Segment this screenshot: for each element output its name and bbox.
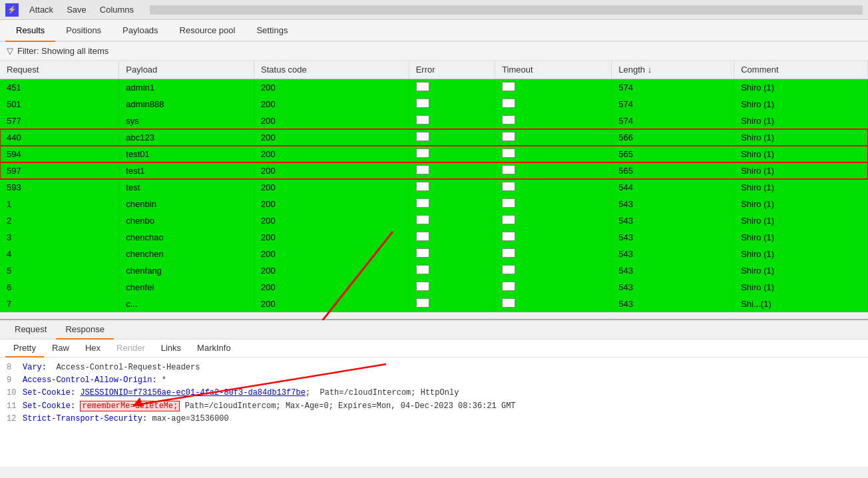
tab-payloads[interactable]: Payloads: [112, 20, 168, 42]
cell-comment: Shiro (1): [734, 146, 868, 162]
save-button[interactable]: Save: [64, 3, 89, 16]
cell-payload: chenbo: [119, 212, 254, 229]
table-row[interactable]: 440abc123200566Shiro (1): [0, 129, 868, 146]
tab-request[interactable]: Request: [5, 320, 56, 340]
cell-error: [409, 146, 495, 162]
checkbox[interactable]: [416, 215, 429, 224]
tab-response[interactable]: Response: [56, 320, 114, 340]
cell-request: 597: [0, 162, 119, 179]
columns-button[interactable]: Columns: [97, 3, 136, 16]
tab-settings[interactable]: Settings: [246, 20, 298, 42]
table-row[interactable]: 597test1200565Shiro (1): [0, 162, 868, 179]
cell-request: 440: [0, 129, 119, 146]
table-row[interactable]: 501admin888200574Shiro (1): [0, 96, 868, 113]
progress-bar: [150, 5, 863, 15]
table-row[interactable]: 2chenbo200543Shiro (1): [0, 212, 868, 229]
checkbox[interactable]: [416, 198, 429, 208]
filter-bar: ▽ Filter: Showing all items: [0, 42, 868, 61]
cell-request: 4: [0, 246, 119, 262]
checkbox[interactable]: [416, 99, 429, 108]
table-row[interactable]: 577sys200574Shiro (1): [0, 113, 868, 129]
checkbox[interactable]: [502, 248, 515, 258]
attack-button[interactable]: Attack: [27, 3, 56, 16]
checkbox[interactable]: [416, 248, 429, 258]
checkbox[interactable]: [502, 99, 515, 108]
main-content: Request Payload Status code Error Timeou…: [0, 61, 868, 320]
table-row[interactable]: 451admin1200574Shiro (1): [0, 79, 868, 97]
table-row[interactable]: 3chenchao200543Shiro (1): [0, 229, 868, 246]
checkbox[interactable]: [502, 165, 515, 174]
cell-length: 574: [612, 79, 734, 97]
cell-timeout: [495, 129, 612, 146]
cell-status: 200: [254, 96, 409, 113]
cell-length: 565: [612, 146, 734, 162]
cell-payload: chenfang: [119, 262, 254, 279]
table-row[interactable]: 5chenfang200543Shiro (1): [0, 262, 868, 279]
cell-comment: Shiro (1): [734, 179, 868, 196]
cell-timeout: [495, 262, 612, 279]
checkbox[interactable]: [502, 115, 515, 124]
checkbox[interactable]: [502, 215, 515, 224]
tab-resource-pool[interactable]: Resource pool: [169, 20, 246, 42]
cell-comment: Shiro (1): [734, 196, 868, 212]
checkbox[interactable]: [416, 282, 429, 291]
checkbox[interactable]: [416, 115, 429, 124]
checkbox[interactable]: [416, 165, 429, 174]
checkbox[interactable]: [502, 282, 515, 291]
table-row[interactable]: 7c...200543Shi...(1): [0, 296, 868, 312]
checkbox[interactable]: [502, 298, 515, 308]
cell-payload: chenchao: [119, 229, 254, 246]
cell-comment: Shiro (1): [734, 96, 868, 113]
cell-status: 200: [254, 129, 409, 146]
table-row[interactable]: 593test200544Shiro (1): [0, 179, 868, 196]
table-row[interactable]: 4chenchen200543Shiro (1): [0, 246, 868, 262]
checkbox[interactable]: [416, 132, 429, 141]
tab-results[interactable]: Results: [5, 20, 55, 42]
checkbox[interactable]: [416, 265, 429, 274]
tab-positions[interactable]: Positions: [55, 20, 112, 42]
checkbox[interactable]: [416, 82, 429, 91]
checkbox[interactable]: [502, 232, 515, 241]
subtab-pretty[interactable]: Pretty: [5, 340, 44, 358]
checkbox[interactable]: [416, 148, 429, 158]
bottom-panel: Request Response Pretty Raw Hex Render L…: [0, 320, 868, 467]
checkbox[interactable]: [502, 132, 515, 141]
cell-length: 543: [612, 212, 734, 229]
checkbox[interactable]: [502, 148, 515, 158]
checkbox[interactable]: [502, 265, 515, 274]
checkbox[interactable]: [502, 198, 515, 208]
checkbox[interactable]: [502, 82, 515, 91]
cell-payload: test1: [119, 162, 254, 179]
table-row[interactable]: 1chenbin200543Shiro (1): [0, 196, 868, 212]
cell-error: [409, 279, 495, 296]
cell-comment: Shiro (1): [734, 229, 868, 246]
cell-payload: chenfei: [119, 279, 254, 296]
cell-length: 543: [612, 262, 734, 279]
col-payload: Payload: [119, 61, 254, 79]
filter-icon: ▽: [7, 46, 13, 56]
cell-timeout: [495, 212, 612, 229]
table-row[interactable]: 6chenfei200543Shiro (1): [0, 279, 868, 296]
checkbox[interactable]: [416, 298, 429, 308]
sub-tab-bar: Pretty Raw Hex Render Links MarkInfo: [0, 340, 868, 358]
checkbox[interactable]: [416, 232, 429, 241]
cell-timeout: [495, 196, 612, 212]
cell-request: 593: [0, 179, 119, 196]
cell-error: [409, 179, 495, 196]
subtab-hex[interactable]: Hex: [77, 340, 108, 358]
subtab-markinfo[interactable]: MarkInfo: [189, 340, 239, 358]
cell-length: 565: [612, 162, 734, 179]
subtab-links[interactable]: Links: [153, 340, 189, 358]
subtab-raw[interactable]: Raw: [44, 340, 77, 358]
checkbox[interactable]: [502, 182, 515, 191]
response-line-8: 8 Vary: Access-Control-Request-Headers: [7, 361, 861, 374]
results-table-container[interactable]: Request Payload Status code Error Timeou…: [0, 61, 868, 320]
cell-request: 594: [0, 146, 119, 162]
table-row[interactable]: 594test01200565Shiro (1): [0, 146, 868, 162]
checkbox[interactable]: [416, 182, 429, 191]
cell-status: 200: [254, 196, 409, 212]
response-line-10: 10 Set-Cookie: JSESSIONID=f73156ae-ec01-…: [7, 387, 861, 399]
cell-error: [409, 246, 495, 262]
cell-error: [409, 212, 495, 229]
cell-request: 5: [0, 262, 119, 279]
